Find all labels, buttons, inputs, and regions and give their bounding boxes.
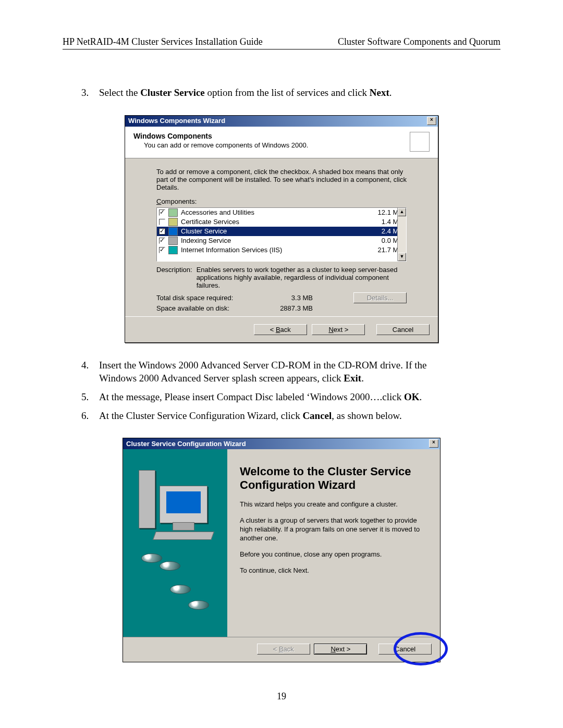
scrollbar[interactable]: ▲ ▼ (397, 208, 406, 261)
disc-icon (170, 585, 191, 594)
step-3-number: 3. (81, 86, 89, 100)
close-icon[interactable]: × (427, 117, 436, 125)
windows-components-wizard-dialog: Windows Components Wizard × Windows Comp… (125, 115, 438, 343)
disc-icon (188, 600, 209, 610)
banner-subtitle: You can add or remove components of Wind… (144, 141, 410, 149)
step-3-text: Select the Cluster Service option from t… (99, 87, 392, 98)
components-label: Components: (156, 198, 407, 205)
wizard-p4: To continue, click Next. (240, 566, 427, 575)
wizard-p3: Before you continue, close any open prog… (240, 550, 427, 559)
list-item[interactable]: Internet Information Services (IIS) 21.7… (157, 245, 406, 255)
checkbox-icon[interactable] (159, 238, 165, 244)
list-item[interactable]: Certificate Services 1.4 MB (157, 217, 406, 227)
step-5-number: 5. (81, 390, 89, 404)
list-item[interactable]: Indexing Service 0.0 MB (157, 236, 406, 245)
step-6: 6. At the Cluster Service Configuration … (99, 409, 500, 423)
list-item-selected[interactable]: Cluster Service 2.4 MB (157, 227, 406, 236)
monitor-icon (160, 486, 207, 523)
globe-icon (168, 246, 178, 254)
step-4-text: Insert the Windows 2000 Advanced Server … (99, 360, 426, 384)
windows-logo-icon (410, 132, 430, 152)
dialog-banner: Windows Components You can add or remove… (125, 127, 438, 158)
certificate-icon (168, 218, 178, 226)
titlebar-text: Windows Components Wizard (128, 117, 225, 125)
cluster-config-wizard-dialog: Cluster Service Configuration Wizard × (123, 438, 440, 662)
titlebar-text: Cluster Service Configuration Wizard (126, 440, 246, 448)
wizard-heading: Welcome to the Cluster Service Configura… (240, 465, 427, 492)
back-button[interactable]: < Back (254, 324, 307, 335)
checkbox-icon[interactable] (159, 228, 165, 235)
cluster-icon (168, 227, 178, 236)
figure-windows-components-wizard: Windows Components Wizard × Windows Comp… (63, 115, 500, 343)
titlebar[interactable]: Cluster Service Configuration Wizard × (123, 438, 440, 449)
figure-cluster-config-wizard: Cluster Service Configuration Wizard × (63, 438, 500, 662)
next-button[interactable]: Next > (312, 324, 365, 335)
checkbox-icon[interactable] (159, 247, 165, 253)
total-space-value: 3.3 MB (266, 294, 313, 302)
server-tower-icon (139, 470, 155, 528)
header-rule (63, 49, 500, 50)
scroll-down-icon[interactable]: ▼ (398, 253, 406, 261)
step-6-text: At the Cluster Service Configuration Wiz… (99, 410, 402, 421)
titlebar[interactable]: Windows Components Wizard × (125, 116, 438, 127)
banner-title: Windows Components (133, 132, 410, 140)
next-button[interactable]: Next > (314, 644, 367, 655)
step-6-number: 6. (81, 409, 89, 423)
wizard-p1: This wizard helps you create and configu… (240, 500, 427, 509)
intro-text: To add or remove a component, click the … (156, 168, 407, 191)
header-left: HP NetRAID-4M Cluster Services Installat… (63, 36, 263, 47)
description: Description: Enables servers to work tog… (156, 266, 407, 289)
checkbox-icon[interactable] (159, 209, 165, 216)
step-5: 5. At the message, Please insert Compact… (99, 390, 500, 404)
avail-space-value: 2887.3 MB (266, 304, 313, 312)
step-4-number: 4. (81, 359, 89, 372)
page-header: HP NetRAID-4M Cluster Services Installat… (63, 36, 500, 47)
button-row: < Back Next > Cancel (125, 316, 438, 342)
wizard-p2: A cluster is a group of servers that wor… (240, 516, 427, 543)
description-label: Description: (156, 266, 192, 289)
avail-space-label: Space available on disk: (156, 304, 266, 312)
checkbox-icon[interactable] (159, 219, 165, 225)
button-row: < Back Next > Cancel (123, 637, 440, 662)
folder-icon (168, 208, 178, 217)
step-3: 3. Select the Cluster Service option fro… (99, 86, 500, 100)
cancel-button[interactable]: Cancel (378, 644, 432, 655)
scroll-up-icon[interactable]: ▲ (398, 208, 406, 216)
index-icon (168, 237, 178, 245)
details-button[interactable]: Details... (353, 292, 407, 303)
disc-icon (160, 561, 180, 571)
wizard-graphic (123, 449, 227, 637)
close-icon[interactable]: × (429, 439, 438, 448)
step-4: 4. Insert the Windows 2000 Advanced Serv… (99, 359, 500, 385)
page-number: 19 (0, 691, 563, 702)
components-listbox[interactable]: Accessories and Utilities 12.1 MB Certif… (156, 207, 407, 262)
description-text: Enables servers to work together as a cl… (197, 266, 407, 289)
disc-icon (141, 553, 162, 563)
total-space-label: Total disk space required: (156, 294, 266, 302)
list-item[interactable]: Accessories and Utilities 12.1 MB (157, 208, 406, 217)
keyboard-icon (153, 532, 214, 540)
step-5-text: At the message, Please insert Compact Di… (99, 391, 422, 402)
header-right: Cluster Software Components and Quorum (338, 36, 500, 47)
back-button[interactable]: < Back (257, 644, 310, 655)
cancel-button[interactable]: Cancel (376, 324, 430, 335)
dialog-body: To add or remove a component, click the … (125, 158, 438, 316)
